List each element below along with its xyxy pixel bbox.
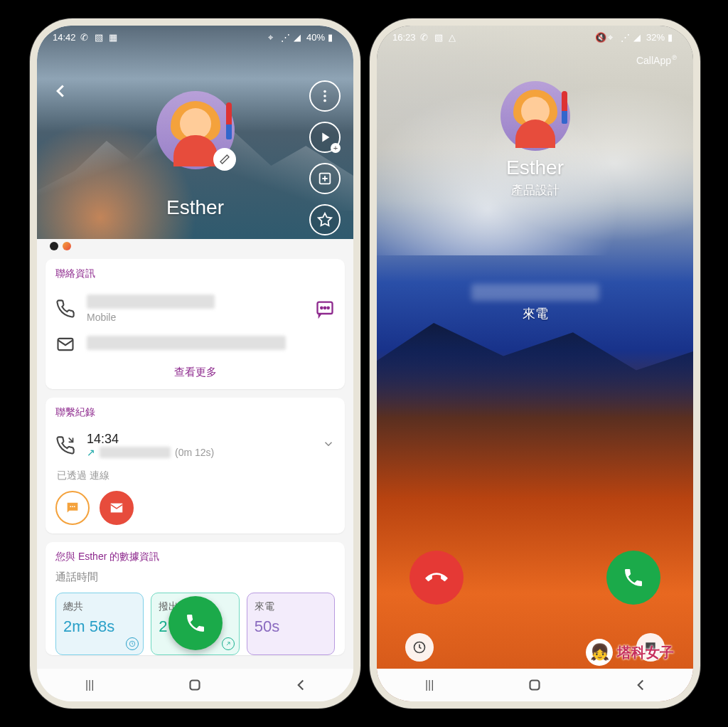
theme-dots[interactable] bbox=[50, 242, 71, 250]
caller-name: Esther bbox=[377, 156, 693, 179]
status-bar: 14:42 ✆ ▧ ▦ ⌖ ⋰ ◢ 40% ▮ bbox=[37, 26, 353, 48]
svg-point-1 bbox=[323, 95, 326, 97]
location-icon: ⌖ bbox=[268, 32, 278, 42]
drive-icon: △ bbox=[449, 32, 459, 42]
svg-rect-13 bbox=[191, 681, 200, 690]
nav-back[interactable] bbox=[291, 676, 310, 694]
watermark-avatar-icon: 👧 bbox=[586, 639, 613, 666]
plus-badge-icon: + bbox=[331, 143, 341, 153]
svg-point-10 bbox=[72, 506, 73, 507]
watermark-text: 塔科女子 bbox=[617, 643, 674, 662]
email-row[interactable] bbox=[55, 329, 335, 360]
signal-icon: ◢ bbox=[633, 32, 643, 42]
chat-icon: ✆ bbox=[80, 32, 90, 42]
battery-icon: ▮ bbox=[668, 32, 678, 42]
redacted-number bbox=[100, 447, 171, 458]
call-time: 14:34 bbox=[87, 432, 311, 447]
phone-mock-left: 14:42 ✆ ▧ ▦ ⌖ ⋰ ◢ 40% ▮ bbox=[30, 18, 360, 709]
phone-mock-right: 16:23 ✆ ▧ △ 🔇 ⌖ ⋰ ◢ 32% ▮ CallApp℗ bbox=[370, 18, 700, 709]
call-log-card: 聯繫紀錄 14:34 ↗ (0m 12s) 已透過 連線 bbox=[46, 398, 345, 534]
phone-type: Mobile bbox=[87, 312, 304, 323]
message-action-button[interactable] bbox=[55, 491, 90, 525]
decline-button[interactable] bbox=[410, 551, 464, 605]
svg-point-5 bbox=[321, 307, 322, 309]
stat-in-value: 50s bbox=[255, 617, 327, 636]
wifi-icon: ⋰ bbox=[621, 32, 631, 42]
status-time: 16:23 bbox=[392, 32, 416, 43]
mute-icon: 🔇 bbox=[595, 32, 605, 42]
view-more-button[interactable]: 查看更多 bbox=[55, 360, 335, 381]
signal-icon: ◢ bbox=[294, 32, 304, 42]
add-image-button[interactable] bbox=[309, 163, 341, 194]
contact-info-title: 聯絡資訊 bbox=[55, 267, 335, 280]
outgoing-call-icon bbox=[55, 435, 75, 455]
svg-point-2 bbox=[323, 100, 326, 102]
image-icon: ▧ bbox=[95, 32, 105, 42]
phone-icon bbox=[55, 299, 75, 319]
contact-info-card: 聯絡資訊 Mobile 查看更多 bbox=[46, 259, 345, 389]
image-icon-2: ▦ bbox=[109, 32, 119, 42]
chat-icon: ✆ bbox=[420, 32, 430, 42]
app-brand: CallApp℗ bbox=[636, 54, 678, 66]
stats-title: 您與 Esther 的數據資訊 bbox=[55, 551, 335, 563]
nav-bar: ||| bbox=[37, 669, 353, 701]
watermark: 👧 塔科女子 bbox=[586, 639, 674, 666]
location-icon: ⌖ bbox=[608, 32, 618, 42]
nav-home[interactable] bbox=[186, 676, 204, 694]
mail-icon bbox=[55, 334, 75, 354]
call-duration: (0m 12s) bbox=[175, 447, 214, 458]
caller-avatar bbox=[500, 81, 570, 151]
back-button[interactable] bbox=[50, 80, 71, 102]
clock-icon bbox=[126, 637, 139, 650]
via-text: 已透過 連線 bbox=[55, 462, 335, 491]
redacted-caller-number bbox=[471, 284, 599, 301]
more-menu-button[interactable] bbox=[309, 80, 341, 112]
dot-black[interactable] bbox=[50, 242, 58, 250]
play-add-button[interactable]: + bbox=[309, 122, 341, 153]
status-battery: 32% bbox=[646, 32, 665, 43]
dial-fab[interactable] bbox=[168, 596, 223, 650]
dot-red[interactable] bbox=[63, 242, 71, 250]
call-status-text: 來電 bbox=[377, 305, 693, 322]
redacted-phone bbox=[87, 294, 215, 309]
svg-point-7 bbox=[328, 307, 329, 309]
svg-point-0 bbox=[323, 90, 326, 93]
stat-in-label: 來電 bbox=[255, 600, 327, 613]
contact-header: + Esther bbox=[37, 48, 353, 262]
svg-point-9 bbox=[70, 506, 71, 507]
status-bar: 16:23 ✆ ▧ △ 🔇 ⌖ ⋰ ◢ 32% ▮ bbox=[377, 26, 693, 48]
status-battery: 40% bbox=[306, 32, 325, 43]
remind-later-button[interactable] bbox=[405, 633, 434, 662]
outgoing-icon bbox=[222, 637, 235, 650]
call-log-row[interactable]: 14:34 ↗ (0m 12s) bbox=[55, 428, 335, 462]
accept-button[interactable] bbox=[606, 551, 660, 605]
contact-avatar[interactable] bbox=[156, 91, 235, 169]
sms-icon[interactable] bbox=[315, 299, 335, 319]
redacted-email bbox=[87, 336, 286, 350]
nav-recents[interactable]: ||| bbox=[80, 676, 99, 694]
expand-icon[interactable] bbox=[322, 437, 335, 453]
nav-back[interactable] bbox=[631, 676, 650, 694]
call-log-title: 聯繫紀錄 bbox=[55, 406, 335, 419]
stat-total[interactable]: 總共 2m 58s bbox=[55, 593, 144, 655]
nav-home[interactable] bbox=[525, 676, 544, 694]
phone-row[interactable]: Mobile bbox=[55, 289, 335, 329]
image-icon: ▧ bbox=[434, 32, 444, 42]
status-time: 14:42 bbox=[53, 32, 76, 43]
battery-icon: ▮ bbox=[328, 32, 338, 42]
mail-action-button[interactable] bbox=[100, 491, 134, 525]
contact-name: Esther bbox=[37, 196, 353, 219]
nav-recents[interactable]: ||| bbox=[420, 676, 439, 694]
stat-total-label: 總共 bbox=[63, 600, 136, 613]
svg-rect-15 bbox=[530, 681, 540, 690]
edit-avatar-button[interactable] bbox=[213, 148, 236, 171]
stat-incoming[interactable]: 來電 50s bbox=[247, 593, 335, 655]
stats-subtitle: 通話時間 bbox=[55, 571, 335, 584]
outgoing-arrow-icon: ↗ bbox=[87, 447, 95, 458]
nav-bar: ||| bbox=[377, 669, 693, 701]
svg-point-6 bbox=[324, 307, 326, 309]
wifi-icon: ⋰ bbox=[281, 32, 291, 42]
svg-point-11 bbox=[74, 506, 75, 507]
stat-total-value: 2m 58s bbox=[63, 617, 136, 636]
caller-subtitle: 產品設計 bbox=[377, 182, 693, 198]
